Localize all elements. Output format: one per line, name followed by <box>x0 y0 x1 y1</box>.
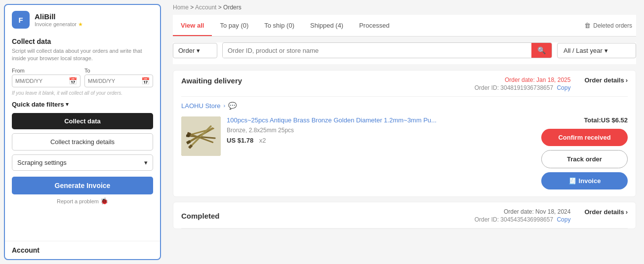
account-label: Account <box>12 246 153 254</box>
product-name-link[interactable]: 100pcs~25pcs Antique Brass Bronze Golden… <box>227 116 535 125</box>
tab-view-all[interactable]: View all <box>173 15 212 36</box>
copy-completed-order-id-button[interactable]: Copy <box>557 216 570 223</box>
from-calendar-icon[interactable]: 📅 <box>69 77 77 85</box>
account-section: Account <box>5 241 160 259</box>
star-icon: ★ <box>78 21 83 27</box>
search-button[interactable]: 🔍 <box>531 43 552 58</box>
store-chevron-icon: › <box>223 103 225 109</box>
order-meta: Order date: Jan 18, 2025 Order ID: 30481… <box>475 76 571 91</box>
bug-icon: 🐞 <box>100 197 108 205</box>
app-title: Invoice generator ★ <box>35 21 83 28</box>
order-type-filter[interactable]: Order ▾ <box>173 43 217 58</box>
order-item-row: 100pcs~25pcs Antique Brass Bronze Golden… <box>181 113 628 196</box>
sidebar-header: F AliBill Invoice generator ★ <box>5 5 160 33</box>
copy-order-id-button[interactable]: Copy <box>557 84 570 91</box>
product-thumbnail <box>181 116 221 156</box>
order-status-label: Awaiting delivery <box>181 76 242 85</box>
collect-data-button[interactable]: Collect data <box>12 113 153 129</box>
scraping-chevron-down-icon: ▾ <box>144 159 148 166</box>
search-input[interactable] <box>223 43 531 58</box>
to-date-input[interactable] <box>88 78 141 84</box>
order-actions: Total:US $6.52 Confirm received Track or… <box>541 116 628 189</box>
breadcrumb-current: Orders <box>223 4 242 11</box>
quantity: x2 <box>259 137 266 144</box>
deleted-orders-link[interactable]: 🗑 Deleted orders <box>580 15 636 36</box>
order-id-row: Order ID: 3048191936738657 Copy <box>475 84 571 91</box>
product-info: 100pcs~25pcs Antique Brass Bronze Golden… <box>227 116 535 144</box>
quick-filters-label: Quick date filters <box>12 101 64 108</box>
deleted-orders-label: Deleted orders <box>593 22 632 29</box>
quick-filters-toggle[interactable]: Quick date filters ▾ <box>12 101 153 108</box>
completed-order-id-text: Order ID: 3045435436998657 <box>475 216 553 223</box>
filter-chevron-down-icon: ▾ <box>197 47 200 54</box>
completed-order-details-link[interactable]: Order details › <box>584 208 628 216</box>
tab-to-ship[interactable]: To ship (0) <box>256 15 302 36</box>
product-price: US $1.78 x2 <box>227 137 535 144</box>
from-label: From <box>12 68 80 74</box>
order-total: Total:US $6.52 <box>541 116 628 124</box>
order-date: Order date: Jan 18, 2025 <box>475 76 571 83</box>
tab-to-pay[interactable]: To pay (0) <box>212 15 256 36</box>
scraping-settings-label: Scraping settings <box>17 159 67 166</box>
main-content: Home > Account > Orders View all To pay … <box>165 0 644 264</box>
order-completed: Completed Order date: Nov 18, 2024 Order… <box>173 202 636 229</box>
store-name-link[interactable]: LAOHU Store <box>181 102 220 110</box>
price-value: US $1.78 <box>227 137 253 144</box>
trash-icon: 🗑 <box>584 22 591 29</box>
to-date-input-wrap: 📅 <box>84 75 153 87</box>
order-id-text: Order ID: 3048191936738657 <box>475 84 553 91</box>
date-filter-chevron-down-icon: ▾ <box>604 47 608 54</box>
order-details-link[interactable]: Order details › <box>584 76 628 84</box>
completed-date: Order date: Nov 18, 2024 <box>475 208 571 215</box>
date-hint: If you leave it blank, it will collect a… <box>12 90 153 96</box>
invoice-button[interactable]: 🧾 Invoice <box>541 172 628 189</box>
breadcrumb-account[interactable]: Account <box>195 4 216 11</box>
order-tabs: View all To pay (0) To ship (0) Shipped … <box>173 15 636 37</box>
alibill-logo-icon: F <box>12 11 30 29</box>
date-filter-label: All / Last year <box>564 47 603 54</box>
confirm-received-button[interactable]: Confirm received <box>541 129 628 146</box>
store-row: LAOHU Store › 💬 <box>181 97 628 113</box>
order-type-label: Order <box>178 47 195 54</box>
completed-meta: Order date: Nov 18, 2024 Order ID: 30454… <box>475 208 571 223</box>
collect-data-title: Collect data <box>12 38 153 45</box>
brand-name: AliBill <box>35 12 83 21</box>
to-calendar-icon[interactable]: 📅 <box>141 77 150 85</box>
completed-chevron-right-icon: › <box>626 208 628 216</box>
breadcrumb: Home > Account > Orders <box>165 0 644 15</box>
from-date-input[interactable] <box>15 78 69 84</box>
to-label: To <box>84 68 153 74</box>
product-variant: Bronze, 2.8x25mm 25pcs <box>227 127 535 134</box>
collect-tracking-button[interactable]: Collect tracking details <box>12 133 153 151</box>
scraping-settings-dropdown[interactable]: Scraping settings ▾ <box>12 154 153 171</box>
product-image <box>181 116 221 156</box>
breadcrumb-home[interactable]: Home <box>173 4 189 11</box>
collect-data-desc: Script will collect data about your orde… <box>12 47 153 63</box>
filters-row: Order ▾ 🔍 All / Last year ▾ <box>173 42 636 64</box>
invoice-icon: 🧾 <box>568 177 576 185</box>
completed-header: Completed Order date: Nov 18, 2024 Order… <box>181 208 628 228</box>
report-problem-link[interactable]: Report a problem 🐞 <box>12 197 153 205</box>
chevron-right-icon: › <box>626 76 628 84</box>
track-order-button[interactable]: Track order <box>541 150 628 168</box>
tab-shipped[interactable]: Shipped (4) <box>302 15 351 36</box>
tab-processed[interactable]: Processed <box>351 15 397 36</box>
date-range-filter[interactable]: All / Last year ▾ <box>557 43 636 58</box>
sidebar: F AliBill Invoice generator ★ Collect da… <box>4 4 161 260</box>
chevron-down-icon: ▾ <box>66 101 69 108</box>
from-date-input-wrap: 📅 <box>12 75 80 87</box>
generate-invoice-button[interactable]: Generate Invoice <box>12 177 153 194</box>
search-bar: 🔍 <box>222 42 552 58</box>
chat-icon[interactable]: 💬 <box>228 102 237 110</box>
search-icon: 🔍 <box>537 46 546 54</box>
completed-status-label: Completed <box>181 212 220 220</box>
completed-order-id-row: Order ID: 3045435436998657 Copy <box>475 216 571 223</box>
order-awaiting-delivery: Awaiting delivery Order date: Jan 18, 20… <box>173 70 636 197</box>
